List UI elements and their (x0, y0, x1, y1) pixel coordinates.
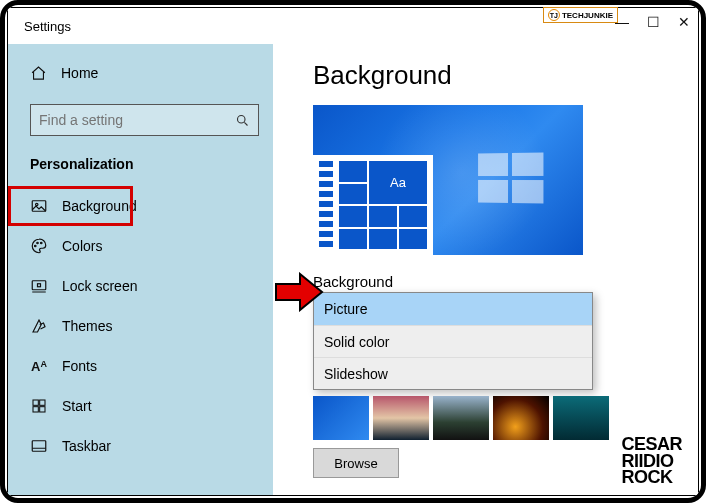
maximize-button[interactable]: ☐ (647, 14, 660, 30)
thumb-4[interactable] (493, 396, 549, 440)
svg-rect-6 (32, 281, 46, 290)
app-window: TJ TECHJUNKIE Settings — ☐ ✕ Home (7, 7, 699, 496)
taskbar-icon (30, 437, 48, 455)
nav-home[interactable]: Home (8, 56, 273, 90)
background-dropdown[interactable]: Picture Solid color Slideshow (313, 292, 593, 390)
home-icon (30, 65, 47, 82)
thumb-3[interactable] (433, 396, 489, 440)
start-icon (30, 398, 48, 414)
nav-home-label: Home (61, 65, 98, 81)
browse-button[interactable]: Browse (313, 448, 399, 478)
nav-label: Lock screen (62, 278, 137, 294)
preview-start-mock: Aa (313, 155, 433, 255)
nav-label: Background (62, 198, 137, 214)
titlebar: Settings — ☐ ✕ (8, 8, 698, 44)
nav-fonts[interactable]: AA Fonts (8, 346, 273, 386)
minimize-button[interactable]: — (615, 14, 629, 30)
window-title: Settings (8, 19, 71, 34)
nav-label: Colors (62, 238, 102, 254)
picture-icon (30, 197, 48, 215)
nav-label: Fonts (62, 358, 97, 374)
dropdown-option-solid-color[interactable]: Solid color (314, 325, 592, 357)
svg-rect-11 (40, 407, 45, 412)
watermark: CESAR RIIDIO ROCK (621, 436, 682, 485)
svg-rect-9 (40, 400, 45, 405)
close-button[interactable]: ✕ (678, 14, 690, 30)
nav-background[interactable]: Background (8, 186, 133, 226)
thumb-2[interactable] (373, 396, 429, 440)
search-input[interactable] (39, 112, 208, 128)
nav-label: Start (62, 398, 92, 414)
svg-point-5 (41, 242, 43, 244)
category-heading: Personalization (8, 152, 273, 186)
nav-themes[interactable]: Themes (8, 306, 273, 346)
dropdown-option-picture[interactable]: Picture (314, 293, 592, 325)
svg-point-0 (238, 115, 246, 123)
nav-lock-screen[interactable]: Lock screen (8, 266, 273, 306)
svg-marker-13 (276, 274, 322, 310)
search-box[interactable] (30, 104, 259, 136)
svg-rect-8 (33, 400, 38, 405)
nav-taskbar[interactable]: Taskbar (8, 426, 273, 466)
app-frame: TJ TECHJUNKIE Settings — ☐ ✕ Home (0, 0, 706, 503)
nav-colors[interactable]: Colors (8, 226, 273, 266)
recent-images (313, 396, 698, 440)
search-icon (235, 113, 250, 128)
annotation-arrow-icon (274, 272, 324, 312)
nav-start[interactable]: Start (8, 386, 273, 426)
palette-icon (30, 237, 48, 255)
svg-rect-10 (33, 407, 38, 412)
fonts-icon: AA (30, 359, 48, 374)
windows-logo-icon (478, 152, 543, 203)
sidebar: Home Personalization Background Colo (8, 44, 273, 495)
thumb-1[interactable] (313, 396, 369, 440)
nav-label: Themes (62, 318, 113, 334)
svg-point-3 (35, 245, 37, 247)
preview-sample-text: Aa (369, 161, 427, 204)
nav-label: Taskbar (62, 438, 111, 454)
window-controls: — ☐ ✕ (615, 14, 690, 30)
thumb-5[interactable] (553, 396, 609, 440)
page-heading: Background (313, 60, 698, 91)
lock-screen-icon (30, 277, 48, 295)
main-panel: Background Aa Background Picture S (273, 44, 698, 495)
desktop-preview: Aa (313, 105, 583, 255)
dropdown-option-slideshow[interactable]: Slideshow (314, 357, 592, 389)
themes-icon (30, 317, 48, 335)
svg-point-4 (37, 242, 39, 244)
dropdown-label: Background (313, 273, 698, 290)
svg-rect-12 (32, 441, 46, 452)
svg-rect-7 (38, 284, 41, 287)
